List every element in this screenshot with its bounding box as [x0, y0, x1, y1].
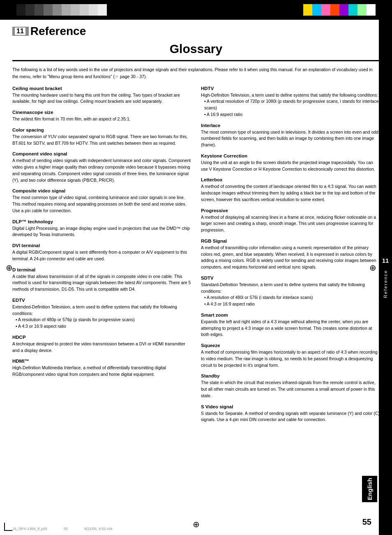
glossary-term: Component video signalA method of sendin… [12, 151, 191, 183]
term-body: The mounting hardware used to hang this … [12, 92, 191, 105]
color-block [367, 4, 376, 16]
page-title: Glossary [12, 39, 380, 61]
chapter-header: 11 Reference [0, 20, 392, 38]
term-heading: Color spacing [12, 127, 191, 132]
glossary-term: Keystone CorrectionUsing the unit at an … [201, 153, 380, 173]
term-body: Standard-Definition Television, a term u… [201, 282, 380, 308]
term-body: Expands the left and right sides of a 4:… [201, 319, 380, 338]
term-heading: Ceiling mount bracket [12, 86, 191, 91]
color-block [303, 4, 312, 16]
glossary-term: ProgressiveA method of displaying all sc… [201, 208, 380, 234]
term-heading: Composite video signal [12, 188, 191, 193]
term-body: Digital Light Processing, an image displ… [12, 225, 191, 239]
corner-tr [380, 4, 388, 12]
term-body: A method of transmitting color informati… [201, 245, 380, 271]
term-heading: EDTV [12, 298, 191, 303]
sidebar-ref-label: Reference [383, 270, 388, 298]
color-block [312, 4, 321, 16]
term-body: A digital RGB/Component signal is sent d… [12, 249, 191, 262]
grayscale-block [53, 4, 62, 16]
term-heading: HDCP [12, 335, 191, 340]
color-block [321, 4, 330, 16]
term-body: Using the unit at an angle to the screen… [201, 160, 380, 173]
term-body: A method of compressing film images hori… [201, 349, 380, 368]
grayscale-block [35, 4, 44, 16]
glossary-term: Color spacingThe conversion of YUV color… [12, 127, 191, 147]
english-tab: English [362, 476, 377, 502]
sidebar-chapter-num: 11 [382, 257, 389, 264]
term-heading: S Video signal [201, 404, 380, 409]
glossary-term: LetterboxA method of converting the cont… [201, 177, 380, 203]
grayscale-block [98, 4, 107, 16]
term-body: S stands for Separate. A method of sendi… [201, 410, 380, 424]
page-wrapper: ⊕ ⊕ ⊕ ⊕ 11 Reference Glossary The follow… [0, 0, 392, 535]
footer-info: 16_DPX-1300_E.p65 55 9/21/05, 9:52 AM [12, 527, 112, 531]
color-strip [303, 4, 376, 16]
glossary-term: HDTVHigh-Definition Television, a term u… [201, 86, 380, 118]
glossary-term: EDTVExtended-Definition Television, a te… [12, 298, 191, 330]
glossary-term: S Video signalS stands for Separate. A m… [201, 404, 380, 424]
term-heading: DLP™ technology [12, 219, 191, 224]
glossary-term: Composite video signalThe most common ty… [12, 188, 191, 214]
color-block [330, 4, 339, 16]
term-body: High-Definition Multimedia Interface, a … [12, 365, 191, 378]
term-body: A technique designed to protect the vide… [12, 341, 191, 354]
grayscale-block [80, 4, 89, 16]
glossary-term: DLP™ technologyDigital Light Processing,… [12, 219, 191, 239]
list-item: A resolution of 480i or 576i (i stands f… [204, 294, 380, 301]
glossary-term: SDTVStandard-Definition Television, a te… [201, 276, 380, 308]
term-heading: D terminal [12, 267, 191, 272]
term-body: A method of converting the content of la… [201, 183, 380, 203]
list-item: A resolution of 480p or 576p (p stands f… [16, 317, 191, 323]
page-title-container: Glossary [0, 39, 392, 61]
glossary-term: D terminalA cable that allows transmissi… [12, 267, 191, 293]
term-body: The conversion of YUV color separated si… [12, 134, 191, 147]
term-body: High-Definition Television, a term used … [201, 92, 380, 118]
crosshair-top: ⊕ [193, 6, 200, 16]
intro-paragraph: The following is a list of key words use… [12, 66, 380, 80]
color-block [339, 4, 348, 16]
glossary-term: HDMI™High-Definition Multimedia Interfac… [12, 359, 191, 378]
term-heading: RGB Signal [201, 239, 380, 243]
term-body: A method of sending video signals with i… [12, 157, 191, 183]
glossary-term: StandbyThe state in which the circuit th… [201, 373, 380, 399]
footer-page: 55 [64, 527, 68, 531]
grayscale-block [16, 4, 25, 16]
list-item: A 4:3 or 16:9 aspect ratio [16, 323, 191, 330]
term-heading: DVI terminal [12, 243, 191, 248]
color-block [357, 4, 367, 16]
glossary-term: HDCPA technique designed to protect the … [12, 335, 191, 354]
term-heading: Interlace [201, 123, 380, 128]
chapter-number: 11 [15, 28, 25, 35]
content-area: The following is a list of key words use… [0, 66, 392, 428]
glossary-term: InterlaceThe most common type of scannin… [201, 123, 380, 148]
term-body: The most common type of video signal, co… [12, 195, 191, 214]
grayscale-block [71, 4, 80, 16]
term-heading: Smart zoom [201, 313, 380, 317]
footer-file: 16_DPX-1300_E.p65 [12, 527, 47, 531]
term-body: A method of displaying all scanning line… [201, 214, 380, 234]
term-heading: Keystone Correction [201, 153, 380, 158]
glossary-term: RGB SignalA method of transmitting color… [201, 239, 380, 271]
grayscale-block [25, 4, 35, 16]
term-heading: Letterbox [201, 177, 380, 182]
term-body: The state in which the circuit that rece… [201, 380, 380, 399]
crosshair-bottom: ⊕ [193, 519, 200, 529]
term-heading: HDTV [201, 86, 380, 91]
term-body: The widest film format in 70 mm film, wi… [12, 116, 191, 123]
color-block [348, 4, 357, 16]
grayscale-block [44, 4, 53, 16]
term-heading: Component video signal [12, 151, 191, 156]
chapter-badge: 11 [12, 27, 29, 36]
page-number: 55 [362, 517, 371, 527]
term-heading: Progressive [201, 208, 380, 213]
term-heading: SDTV [201, 276, 380, 280]
right-column: HDTVHigh-Definition Television, a term u… [201, 86, 380, 428]
left-column: Ceiling mount bracketThe mounting hardwa… [12, 86, 191, 428]
list-item: A vertical resolution of 720p or 1080i (… [204, 98, 380, 111]
glossary-term: DVI terminalA digital RGB/Component sign… [12, 243, 191, 262]
grayscale-strip [16, 4, 107, 16]
glossary-term: Cinemascope sizeThe widest film format i… [12, 110, 191, 123]
term-body: The most common type of scanning used in… [201, 129, 380, 148]
glossary-columns: Ceiling mount bracketThe mounting hardwa… [12, 86, 380, 428]
